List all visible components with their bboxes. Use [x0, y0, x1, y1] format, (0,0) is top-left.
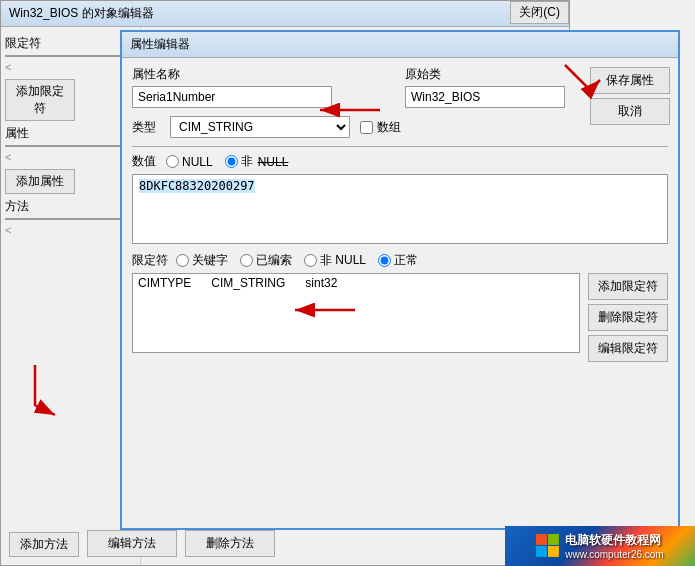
normal-label: 正常 — [394, 252, 418, 269]
type-select[interactable]: CIM_STRING CIM_UINT32 CIM_BOOLEAN — [170, 116, 350, 138]
non-label: 非 — [241, 153, 253, 170]
normal-radio[interactable] — [378, 254, 391, 267]
qual-area: CIMTYPE CIM_STRING sint32 添加限定符 删除限定符 编辑… — [132, 273, 668, 362]
array-label: 数组 — [377, 119, 401, 136]
svg-rect-7 — [548, 534, 559, 545]
keyword-label: 关键字 — [192, 252, 228, 269]
array-checkbox[interactable] — [360, 121, 373, 134]
nonnull2-radio-item: 非 NULL — [304, 252, 366, 269]
main-title: Win32_BIOS 的对象编辑器 — [9, 5, 154, 22]
keyword-radio-item: 关键字 — [176, 252, 228, 269]
non-null-radio-item: 非 NULL — [225, 153, 289, 170]
branding-line2: www.computer26.com — [565, 549, 663, 560]
add-qualifier-button[interactable]: 添加限定符 — [5, 79, 75, 121]
qualifiers-section-dialog: 限定符 关键字 已编索 非 NULL — [132, 252, 668, 362]
qualifiers-label: 限定符 — [5, 35, 136, 52]
bottom-buttons: 添加方法 编辑方法 删除方法 — [9, 530, 275, 557]
add-property-button[interactable]: 添加属性 — [5, 169, 75, 194]
null-radio[interactable] — [166, 155, 179, 168]
svg-rect-6 — [536, 534, 547, 545]
prop-name-col: 属性名称 — [132, 66, 395, 108]
close-button[interactable]: 关闭(C) — [510, 1, 569, 24]
windows-logo-icon — [536, 534, 560, 558]
indexed-radio-item: 已编索 — [240, 252, 292, 269]
qual-type: CIM_STRING — [211, 276, 285, 290]
list-item[interactable]: dynamic — [6, 56, 135, 57]
prop-name-label: 属性名称 — [132, 66, 192, 83]
value-content: 8DKFC88320200297 — [139, 179, 255, 193]
qualifiers-section-label: 限定符 — [132, 252, 168, 269]
array-checkbox-group: 数组 — [360, 119, 401, 136]
prop-name-input[interactable] — [132, 86, 332, 108]
dialog-title: 属性编辑器 — [130, 37, 190, 51]
remove-qual-button[interactable]: 删除限定符 — [588, 304, 668, 331]
keyword-radio[interactable] — [176, 254, 189, 267]
value-box[interactable]: 8DKFC88320200297 — [132, 174, 668, 244]
property-editor-dialog: 属性编辑器 属性名称 原始类 类型 CIM_STRING CIM_UINT32 … — [120, 30, 680, 530]
main-titlebar: Win32_BIOS 的对象编辑器 关闭(C) — [1, 1, 569, 27]
null-strike: NULL — [258, 155, 289, 169]
qual-name: CIMTYPE — [138, 276, 191, 290]
non-null-radio[interactable] — [225, 155, 238, 168]
normal-radio-item: 正常 — [378, 252, 418, 269]
value-label: 数值 — [132, 153, 156, 170]
methods-list[interactable] — [5, 218, 136, 220]
edit-qual-button[interactable]: 编辑限定符 — [588, 335, 668, 362]
null-label: NULL — [182, 155, 213, 169]
null-radio-group: NULL 非 NULL — [166, 153, 288, 170]
list-item[interactable]: _CLASS — [6, 146, 135, 147]
value-section: 数值 NULL 非 NULL 8DKFC88320200297 — [132, 153, 668, 244]
properties-label: 属性 — [5, 125, 136, 142]
qual-value: sint32 — [305, 276, 337, 290]
dialog-titlebar: 属性编辑器 — [122, 32, 678, 58]
prop-header-row: 属性名称 原始类 — [132, 66, 668, 108]
type-row: 类型 CIM_STRING CIM_UINT32 CIM_BOOLEAN 数组 — [132, 116, 668, 138]
qual-radio-group: 关键字 已编索 非 NULL 正常 — [176, 252, 418, 269]
qual-list[interactable]: CIMTYPE CIM_STRING sint32 — [132, 273, 580, 353]
branding-line1: 电脑软硬件教程网 — [565, 532, 663, 549]
save-prop-button[interactable]: 保存属性 — [590, 67, 670, 94]
orig-class-label: 原始类 — [405, 66, 465, 83]
null-radio-item: NULL — [166, 155, 213, 169]
add-method-button[interactable]: 添加方法 — [9, 532, 79, 557]
nonnull2-radio[interactable] — [304, 254, 317, 267]
qual-buttons: 添加限定符 删除限定符 编辑限定符 — [588, 273, 668, 362]
properties-list[interactable]: _CLASS _DERIVATION _DYNASTY _GENUS _NAME… — [5, 145, 136, 147]
branding: 电脑软硬件教程网 www.computer26.com — [505, 526, 695, 566]
type-label: 类型 — [132, 119, 156, 136]
qualifiers-header: 限定符 关键字 已编索 非 NULL — [132, 252, 668, 269]
delete-method-button[interactable]: 删除方法 — [185, 530, 275, 557]
svg-rect-8 — [536, 546, 547, 557]
svg-rect-9 — [548, 546, 559, 557]
methods-label: 方法 — [5, 198, 136, 215]
qualifier-row[interactable]: CIMTYPE CIM_STRING sint32 — [133, 274, 579, 292]
nonnull2-label: 非 NULL — [320, 252, 366, 269]
edit-method-button[interactable]: 编辑方法 — [87, 530, 177, 557]
qualifiers-list[interactable]: dynamic Locale provider UUID — [5, 55, 136, 57]
orig-class-input[interactable] — [405, 86, 565, 108]
branding-text: 电脑软硬件教程网 www.computer26.com — [565, 532, 663, 560]
dialog-action-buttons: 保存属性 取消 — [590, 67, 670, 125]
value-header: 数值 NULL 非 NULL — [132, 153, 668, 170]
indexed-label: 已编索 — [256, 252, 292, 269]
indexed-radio[interactable] — [240, 254, 253, 267]
cancel-button[interactable]: 取消 — [590, 98, 670, 125]
close-area: 关闭(C) — [510, 1, 569, 24]
add-qual-button[interactable]: 添加限定符 — [588, 273, 668, 300]
divider — [132, 146, 668, 147]
